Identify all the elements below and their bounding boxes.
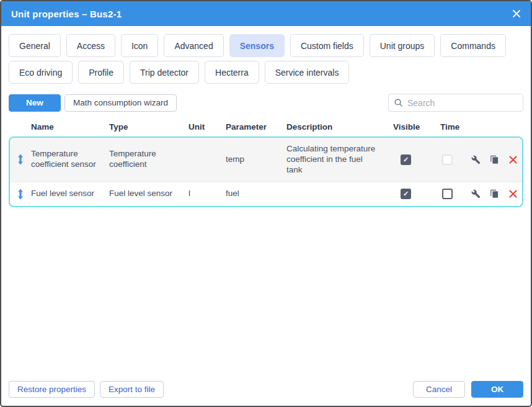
toolbar: New Math consumption wizard	[9, 94, 523, 112]
unit-properties-dialog: Unit properties – Bus2-1 General Access …	[0, 0, 532, 407]
delete-sensor-icon[interactable]	[503, 190, 522, 198]
tab-general[interactable]: General	[9, 34, 61, 57]
ok-button[interactable]: OK	[471, 381, 523, 398]
column-header-unit: Unit	[188, 122, 226, 136]
sensors-table: Temperature coefficient sensor Temperatu…	[9, 136, 523, 207]
search-input[interactable]	[407, 98, 518, 108]
tab-access[interactable]: Access	[66, 34, 115, 57]
sensor-type: Fuel level sensor	[109, 189, 188, 199]
copy-sensor-icon[interactable]	[485, 155, 503, 164]
sensor-parameter: fuel	[226, 189, 286, 199]
export-to-file-button[interactable]: Export to file	[100, 381, 164, 398]
edit-sensor-icon[interactable]	[466, 189, 485, 199]
sensor-parameter: temp	[226, 154, 286, 165]
delete-sensor-icon[interactable]	[503, 156, 522, 164]
tab-service-intervals[interactable]: Service intervals	[265, 61, 350, 84]
time-checkbox	[442, 154, 453, 165]
tab-hecterra[interactable]: Hecterra	[205, 61, 259, 84]
sensor-description: Calculating temperature coefficient in t…	[286, 144, 384, 176]
cancel-button[interactable]: Cancel	[413, 381, 465, 398]
column-header-handle	[10, 127, 31, 132]
column-header-time: Time	[433, 122, 466, 136]
tab-icon[interactable]: Icon	[121, 34, 158, 57]
table-row[interactable]: Fuel level sensor Fuel level sensor l fu…	[10, 182, 522, 206]
titlebar: Unit properties – Bus2-1	[1, 1, 531, 26]
tab-advanced[interactable]: Advanced	[164, 34, 223, 57]
column-header-type: Type	[109, 122, 188, 136]
tab-custom-fields[interactable]: Custom fields	[290, 34, 364, 57]
time-checkbox[interactable]	[442, 189, 453, 199]
search-box	[388, 94, 523, 112]
tab-eco-driving[interactable]: Eco driving	[9, 61, 73, 84]
visible-checkbox[interactable]	[401, 154, 411, 165]
sensor-unit: l	[188, 189, 226, 199]
tab-trip-detector[interactable]: Trip detector	[130, 61, 199, 84]
column-header-visible: Visible	[384, 122, 433, 136]
new-sensor-button[interactable]: New	[9, 94, 61, 112]
sensor-type: Temperature coefficient	[109, 149, 188, 170]
table-row[interactable]: Temperature coefficient sensor Temperatu…	[10, 138, 522, 182]
tab-unit-groups[interactable]: Unit groups	[370, 34, 435, 57]
sensor-name: Fuel level sensor	[31, 189, 109, 199]
search-icon	[394, 98, 403, 107]
tab-bar: General Access Icon Advanced Sensors Cus…	[9, 34, 523, 84]
footer: Restore properties Export to file Cancel…	[9, 381, 523, 398]
drag-handle-icon[interactable]	[10, 189, 31, 200]
column-header-parameter: Parameter	[226, 122, 286, 136]
edit-sensor-icon[interactable]	[466, 155, 485, 164]
visible-checkbox[interactable]	[401, 189, 411, 199]
math-consumption-wizard-button[interactable]: Math consumption wizard	[64, 94, 177, 112]
copy-sensor-icon[interactable]	[485, 189, 503, 199]
column-header-description: Description	[286, 122, 384, 136]
close-icon[interactable]	[512, 9, 521, 18]
drag-handle-icon[interactable]	[10, 154, 31, 165]
tab-profile[interactable]: Profile	[78, 61, 124, 84]
table-header: Name Type Unit Parameter Description Vis…	[9, 122, 523, 136]
tab-sensors[interactable]: Sensors	[229, 34, 285, 57]
column-header-name: Name	[31, 122, 109, 136]
tab-commands[interactable]: Commands	[440, 34, 506, 57]
restore-properties-button[interactable]: Restore properties	[9, 381, 95, 398]
sensor-name: Temperature coefficient sensor	[31, 149, 109, 170]
dialog-title: Unit properties – Bus2-1	[11, 9, 122, 19]
